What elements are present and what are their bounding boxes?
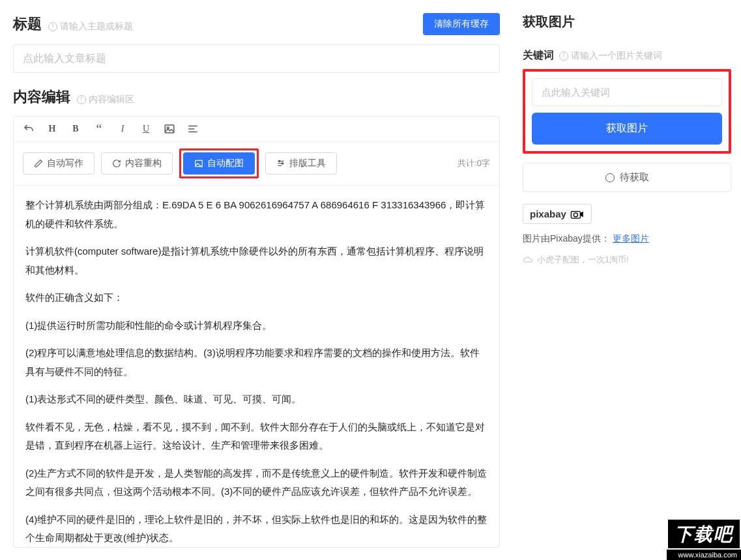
camera-icon xyxy=(570,210,585,219)
watermark-text: 下载吧 xyxy=(667,518,741,550)
title-section-header: 标题 ! 请输入主题或标题 清除所有缓存 xyxy=(13,13,500,35)
fetch-image-button[interactable]: 获取图片 xyxy=(532,113,722,145)
editor-content[interactable]: 整个计算机系统由两部分组成：E.69DA 5 E 6 BA 9062616964… xyxy=(14,186,499,547)
title-hint: ! 请输入主题或标题 xyxy=(48,21,133,33)
content-edit-label: 内容编辑 xyxy=(13,87,70,107)
action-toolbar: 自动写作 内容重构 自动配图 排版工具 xyxy=(14,142,499,186)
paragraph: (2)生产方式不同的软件是开发，是人类智能的高发挥，而不是传统意义上的硬件制造。… xyxy=(25,464,487,501)
watermark: 下载吧 www.xiazaiba.com xyxy=(667,518,741,560)
layout-tool-button[interactable]: 排版工具 xyxy=(265,152,337,175)
auto-write-button[interactable]: 自动写作 xyxy=(23,152,94,175)
title-label: 标题 xyxy=(13,14,42,34)
circle-icon xyxy=(605,173,615,182)
sidebar-title: 获取图片 xyxy=(523,13,731,31)
word-count: 共计:0字 xyxy=(458,158,490,169)
picture-icon xyxy=(194,159,203,168)
info-icon: ! xyxy=(559,51,568,61)
paragraph: (4)维护不同的硬件是旧的，理论上软件是旧的，并不坏，但实际上软件也是旧的和坏的… xyxy=(25,511,487,548)
svg-point-12 xyxy=(574,212,577,216)
pending-button[interactable]: 待获取 xyxy=(523,163,731,192)
main-panel: 标题 ! 请输入主题或标题 清除所有缓存 内容编辑 ! 内容编辑区 xyxy=(0,0,513,560)
pencil-icon xyxy=(34,159,43,168)
cloud-icon xyxy=(523,256,533,264)
keyword-label-row: 关键词 ! 请输入一个图片关键词 xyxy=(523,49,731,63)
paragraph: (1)表达形式不同的硬件类型、颜色、味道、可见、可摸、可闻。 xyxy=(25,390,487,409)
refresh-icon xyxy=(112,159,121,168)
quote-icon[interactable]: “ xyxy=(93,123,105,135)
undo-icon[interactable] xyxy=(23,123,35,135)
italic-icon[interactable]: I xyxy=(117,123,128,135)
sidebar-panel: 获取图片 关键词 ! 请输入一个图片关键词 获取图片 待获取 pixabay xyxy=(513,0,741,560)
image-credit: 图片由Pixabay提供： 更多图片 xyxy=(523,233,731,245)
svg-rect-0 xyxy=(165,125,174,133)
article-title-input[interactable] xyxy=(13,44,500,73)
paragraph: (1)提供运行时所需功能和性能的命令或计算机程序集合。 xyxy=(25,316,487,335)
keyword-input[interactable] xyxy=(532,78,722,106)
bold-icon[interactable]: B xyxy=(70,123,81,135)
svg-point-10 xyxy=(282,163,283,164)
paragraph: 软件看不见，无色，枯燥，看不见，摸不到，闻不到。软件大部分存在于人们的头脑或纸上… xyxy=(25,418,487,455)
layout-icon xyxy=(276,159,285,168)
pixabay-badge: pixabay xyxy=(523,204,592,224)
more-images-link[interactable]: 更多图片 xyxy=(613,233,649,244)
image-icon[interactable] xyxy=(164,123,175,135)
watermark-url: www.xiazaiba.com xyxy=(667,550,741,560)
footer-note: 小虎子配图，一次1淘币! xyxy=(523,254,731,266)
content-edit-hint: ! 内容编辑区 xyxy=(77,94,134,105)
paragraph: 整个计算机系统由两部分组成：E.69DA 5 E 6 BA 9062616964… xyxy=(25,196,487,233)
info-icon: ! xyxy=(77,95,86,104)
auto-image-highlight: 自动配图 xyxy=(179,148,259,178)
editor-container: H B “ I U 自动写作 内容重构 xyxy=(13,116,500,548)
paragraph: (2)程序可以满意地处理信息的数据结构。(3)说明程序功能要求和程序需要的文档的… xyxy=(25,344,487,381)
restructure-button[interactable]: 内容重构 xyxy=(101,152,173,175)
heading-icon[interactable]: H xyxy=(46,123,58,135)
underline-icon[interactable]: U xyxy=(140,123,152,135)
keyword-highlight-box: 获取图片 xyxy=(523,69,731,154)
svg-rect-5 xyxy=(196,160,203,166)
info-icon: ! xyxy=(48,22,57,31)
keyword-label: 关键词 xyxy=(523,49,554,63)
content-section-header: 内容编辑 ! 内容编辑区 xyxy=(13,87,500,107)
paragraph: 软件的正确含义如下： xyxy=(25,288,487,307)
paragraph: 计算机软件(computer software)是指计算机系统中除硬件以外的所有… xyxy=(25,242,487,279)
align-icon[interactable] xyxy=(187,123,199,135)
svg-point-9 xyxy=(279,160,280,161)
auto-image-button[interactable]: 自动配图 xyxy=(183,152,255,175)
clear-cache-button[interactable]: 清除所有缓存 xyxy=(423,13,500,35)
keyword-hint: ! 请输入一个图片关键词 xyxy=(559,50,662,62)
format-toolbar: H B “ I U xyxy=(14,117,499,142)
